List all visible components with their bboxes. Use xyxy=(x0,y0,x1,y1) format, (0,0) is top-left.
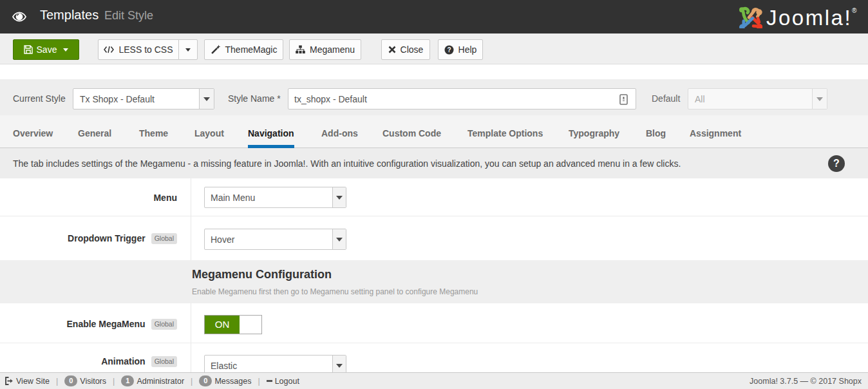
svg-text:?: ? xyxy=(447,46,451,53)
